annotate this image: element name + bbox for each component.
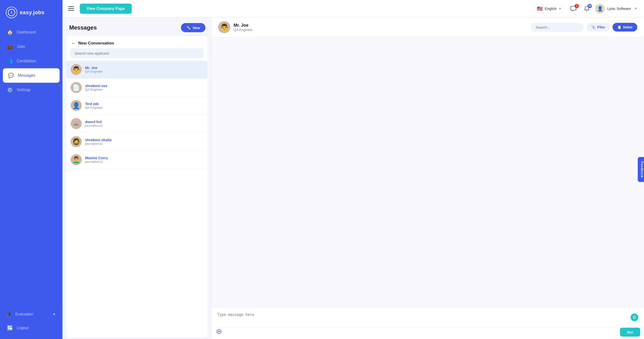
chat-user-role: QA Engineer: [234, 28, 252, 32]
back-arrow-icon[interactable]: ←: [71, 40, 76, 46]
conv-role: QA Engineer: [85, 70, 203, 73]
chat-input-row: Sen: [212, 327, 644, 339]
sidebar: i easy.jobs 🏠 Dashboard 💼 Jobs 👥 Candida…: [0, 0, 62, 339]
menu-toggle-button[interactable]: [66, 5, 76, 12]
sidebar-bottom: 🎓 Evaluation ▼ ↪️ Logout: [0, 307, 62, 339]
conv-avatar: 👤: [71, 100, 82, 111]
notes-icon: 📋: [617, 25, 622, 29]
sidebar-item-evaluation[interactable]: 🎓 Evaluation ▼: [0, 307, 62, 321]
new-message-button[interactable]: ✏️ New: [181, 23, 206, 32]
svg-rect-2: [68, 6, 74, 7]
search-new-applicant-input[interactable]: [70, 48, 204, 58]
chat-messages: [212, 37, 644, 307]
chat-actions: 📎 Files 📋 Notes: [531, 23, 637, 32]
main: View Company Page 🇺🇸 English ▼ 1 36 👤 Ly…: [62, 0, 644, 339]
paperclip-icon: 📎: [591, 25, 596, 29]
topbar: View Company Page 🇺🇸 English ▼ 1 36 👤 Ly…: [62, 0, 644, 17]
sidebar-item-messages[interactable]: 💬 Messages: [3, 68, 60, 83]
conv-name: Maxine Curry: [85, 156, 203, 160]
sidebar-item-settings[interactable]: ⚙️ Settings: [0, 83, 62, 97]
flag-icon: 🇺🇸: [537, 6, 543, 12]
list-item[interactable]: 🧔 shraboni shaila journalism12: [66, 133, 208, 151]
attachment-button[interactable]: [215, 328, 222, 336]
chevron-down-icon: ▼: [558, 7, 561, 10]
sidebar-label-evaluation: Evaluation: [16, 312, 34, 316]
new-conversation-header: ← New Conversation: [66, 36, 208, 48]
sidebar-item-jobs[interactable]: 💼 Jobs: [0, 40, 62, 54]
candidates-icon: 👥: [7, 58, 13, 64]
jobs-icon: 💼: [7, 44, 13, 50]
list-item[interactable]: 👨‍🦱 Maxine Curry journalism12: [66, 151, 208, 169]
conv-avatar: 🐭: [71, 118, 82, 129]
conv-name: shraboni sss: [85, 84, 203, 88]
logo-text: easy.jobs: [20, 9, 44, 16]
sidebar-label-settings: Settings: [17, 88, 31, 92]
chat-input-area: G Sen: [212, 307, 644, 339]
conv-info: shraboni sss QA Engineer: [85, 84, 203, 91]
home-icon: 🏠: [7, 29, 13, 35]
list-item[interactable]: 👨 Mr. Joe QA Engineer: [66, 61, 208, 79]
conv-avatar: 👨‍🦱: [71, 154, 82, 165]
sidebar-item-dashboard[interactable]: 🏠 Dashboard: [0, 25, 62, 40]
notes-button[interactable]: 📋 Notes: [612, 23, 637, 32]
sidebar-label-logout: Logout: [17, 326, 28, 330]
conv-name: Mr. Joe: [85, 66, 203, 70]
new-conversation-area: ← New Conversation 👨 Mr. Joe QA Engineer…: [66, 36, 208, 337]
list-item[interactable]: 👤 Test job QA Engineer: [66, 97, 208, 115]
messages-panel: Messages ✏️ New ← New Conversation 👨: [62, 17, 212, 339]
sidebar-item-candidates[interactable]: 👥 Candidates: [0, 54, 62, 68]
list-item[interactable]: 📄 shraboni sss QA Engineer: [66, 79, 208, 97]
new-btn-label: New: [193, 26, 200, 30]
search-box-wrap: [66, 48, 208, 61]
feedback-tab[interactable]: Feedback: [638, 157, 644, 182]
chat-badge: 1: [574, 4, 579, 8]
chat-input-wrapper: G: [212, 307, 644, 327]
chat-user-name: Mr. Joe: [234, 23, 252, 28]
chat-area: 👨 Mr. Joe QA Engineer 📎 Files 📋 Notes: [212, 17, 644, 339]
logout-icon: ↪️: [7, 325, 13, 331]
chat-message-input[interactable]: [212, 307, 644, 326]
content-area: Messages ✏️ New ← New Conversation 👨: [62, 17, 644, 339]
list-item[interactable]: 🐭 dwecf fcd journalism12: [66, 115, 208, 133]
conv-info: dwecf fcd journalism12: [85, 120, 203, 127]
sidebar-label-dashboard: Dashboard: [17, 30, 36, 34]
messages-title: Messages: [69, 24, 97, 31]
send-button[interactable]: Sen: [620, 328, 640, 336]
user-profile[interactable]: 👤 Lylac Software ▼: [595, 4, 637, 14]
conv-role: QA Engineer: [85, 106, 203, 109]
conv-role: QA Engineer: [85, 88, 203, 91]
bell-icon-button[interactable]: 36: [582, 5, 591, 13]
chevron-down-icon: ▼: [52, 312, 56, 316]
chat-avatar: 👨: [218, 21, 230, 33]
conversation-list: 👨 Mr. Joe QA Engineer 📄 shraboni sss QA …: [66, 61, 208, 335]
language-selector[interactable]: 🇺🇸 English ▼: [534, 4, 564, 13]
conv-avatar: 📄: [71, 82, 82, 93]
bell-badge: 36: [588, 4, 592, 8]
files-label: Files: [597, 25, 605, 29]
conv-info: Maxine Curry journalism12: [85, 156, 203, 163]
profile-chevron-icon: ▼: [634, 7, 637, 10]
chat-search-input[interactable]: [531, 23, 584, 32]
sidebar-label-messages: Messages: [18, 73, 35, 78]
conv-name: Test job: [85, 102, 203, 106]
chat-icon-button[interactable]: 1: [568, 5, 578, 13]
company-name: Lylac Software: [607, 7, 631, 11]
messages-header: Messages ✏️ New: [62, 17, 211, 36]
conv-info: Mr. Joe QA Engineer: [85, 66, 203, 73]
conv-role: journalism12: [85, 124, 203, 127]
conv-info: Test job QA Engineer: [85, 102, 203, 109]
settings-icon: ⚙️: [7, 87, 13, 93]
chat-topbar: 👨 Mr. Joe QA Engineer 📎 Files 📋 Notes: [212, 17, 644, 37]
new-conversation-title: New Conversation: [78, 41, 114, 46]
conv-avatar: 👨: [71, 64, 82, 75]
messages-icon: 💬: [8, 73, 14, 78]
sidebar-item-logout[interactable]: ↪️ Logout: [0, 321, 62, 335]
sidebar-nav: 🏠 Dashboard 💼 Jobs 👥 Candidates 💬 Messag…: [0, 25, 62, 307]
conv-name: dwecf fcd: [85, 120, 203, 124]
language-label: English: [545, 7, 556, 11]
files-button[interactable]: 📎 Files: [586, 23, 610, 32]
sidebar-label-jobs: Jobs: [17, 45, 25, 49]
view-company-page-button[interactable]: View Company Page: [80, 4, 132, 14]
chat-user-details: Mr. Joe QA Engineer: [234, 23, 252, 32]
grammarly-button[interactable]: G: [630, 313, 638, 321]
